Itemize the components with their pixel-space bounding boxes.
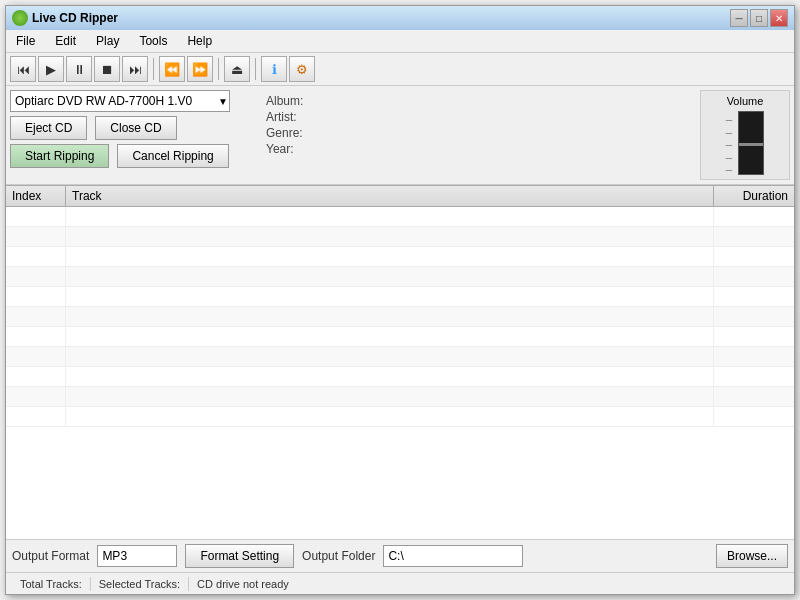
genre-label: Genre: <box>266 126 306 140</box>
rewind-button[interactable]: ⏪ <box>159 56 185 82</box>
eject-toolbar-button[interactable]: ⏏ <box>224 56 250 82</box>
album-row: Album: <box>266 94 684 108</box>
menu-tools[interactable]: Tools <box>133 32 173 50</box>
title-bar: Live CD Ripper ─ □ ✕ <box>6 6 794 30</box>
output-folder-label: Output Folder <box>302 549 375 563</box>
table-row <box>6 207 794 227</box>
cancel-ripping-button[interactable]: Cancel Ripping <box>117 144 228 168</box>
volume-indicator <box>739 143 763 146</box>
format-dropdown[interactable]: MP3 WAV FLAC OGG <box>97 545 177 567</box>
volume-level[interactable] <box>738 111 764 175</box>
col-header-index: Index <box>6 186 66 206</box>
format-dropdown-wrapper: MP3 WAV FLAC OGG <box>97 545 177 567</box>
artist-row: Artist: <box>266 110 684 124</box>
output-format-label: Output Format <box>12 549 89 563</box>
volume-section: Volume ─ ─ ─ ─ ─ <box>700 90 790 180</box>
close-button[interactable]: ✕ <box>770 9 788 27</box>
table-row <box>6 367 794 387</box>
menubar: File Edit Play Tools Help <box>6 30 794 53</box>
menu-file[interactable]: File <box>10 32 41 50</box>
rewind-to-start-button[interactable]: ⏮ <box>10 56 36 82</box>
cd-buttons-row: Eject CD Close CD <box>10 116 250 140</box>
table-header: Index Track Duration <box>6 185 794 207</box>
table-body <box>6 207 794 539</box>
table-row <box>6 247 794 267</box>
window-controls: ─ □ ✕ <box>730 9 788 27</box>
browse-button[interactable]: Browse... <box>716 544 788 568</box>
main-window: Live CD Ripper ─ □ ✕ File Edit Play Tool… <box>5 5 795 595</box>
settings-button[interactable]: ⚙ <box>289 56 315 82</box>
cd-status: CD drive not ready <box>189 577 297 591</box>
table-row <box>6 307 794 327</box>
album-info-section: Album: Artist: Genre: Year: <box>258 90 692 180</box>
close-cd-button[interactable]: Close CD <box>95 116 176 140</box>
table-row <box>6 347 794 367</box>
table-row <box>6 407 794 427</box>
col-header-track: Track <box>66 186 714 206</box>
toolbar: ⏮ ▶ ⏸ ⏹ ⏭ ⏪ ⏩ ⏏ ℹ ⚙ <box>6 53 794 86</box>
pause-button[interactable]: ⏸ <box>66 56 92 82</box>
table-row <box>6 327 794 347</box>
eject-cd-button[interactable]: Eject CD <box>10 116 87 140</box>
total-tracks-status: Total Tracks: <box>12 577 91 591</box>
menu-play[interactable]: Play <box>90 32 125 50</box>
play-button[interactable]: ▶ <box>38 56 64 82</box>
year-label: Year: <box>266 142 306 156</box>
toolbar-separator-3 <box>255 58 256 80</box>
minimize-button[interactable]: ─ <box>730 9 748 27</box>
output-folder-input[interactable] <box>383 545 523 567</box>
toolbar-separator-1 <box>153 58 154 80</box>
skip-button[interactable]: ⏭ <box>122 56 148 82</box>
volume-ticks: ─ ─ ─ ─ ─ <box>726 115 732 175</box>
table-row <box>6 227 794 247</box>
drive-dropdown-wrapper: Optiarc DVD RW AD-7700H 1.V0 ▼ <box>10 90 230 112</box>
volume-label: Volume <box>727 95 764 107</box>
table-row <box>6 387 794 407</box>
artist-label: Artist: <box>266 110 306 124</box>
volume-display: ─ ─ ─ ─ ─ <box>726 111 764 175</box>
format-setting-button[interactable]: Format Setting <box>185 544 294 568</box>
year-row: Year: <box>266 142 684 156</box>
toolbar-separator-2 <box>218 58 219 80</box>
album-label: Album: <box>266 94 306 108</box>
info-button[interactable]: ℹ <box>261 56 287 82</box>
top-controls: Optiarc DVD RW AD-7700H 1.V0 ▼ Eject CD … <box>6 86 794 185</box>
start-ripping-button[interactable]: Start Ripping <box>10 144 109 168</box>
title-bar-left: Live CD Ripper <box>12 10 118 26</box>
drive-select-row: Optiarc DVD RW AD-7700H 1.V0 ▼ <box>10 90 250 112</box>
bottom-bar: Output Format MP3 WAV FLAC OGG Format Se… <box>6 539 794 572</box>
table-row <box>6 267 794 287</box>
selected-tracks-status: Selected Tracks: <box>91 577 189 591</box>
app-icon <box>12 10 28 26</box>
table-row <box>6 287 794 307</box>
drive-section: Optiarc DVD RW AD-7700H 1.V0 ▼ Eject CD … <box>10 90 250 180</box>
menu-help[interactable]: Help <box>181 32 218 50</box>
col-header-duration: Duration <box>714 186 794 206</box>
genre-row: Genre: <box>266 126 684 140</box>
maximize-button[interactable]: □ <box>750 9 768 27</box>
track-table: Index Track Duration <box>6 185 794 539</box>
fast-forward-button[interactable]: ⏩ <box>187 56 213 82</box>
window-title: Live CD Ripper <box>32 11 118 25</box>
stop-button[interactable]: ⏹ <box>94 56 120 82</box>
status-bar: Total Tracks: Selected Tracks: CD drive … <box>6 572 794 594</box>
ripping-buttons-row: Start Ripping Cancel Ripping <box>10 144 250 168</box>
menu-edit[interactable]: Edit <box>49 32 82 50</box>
drive-dropdown[interactable]: Optiarc DVD RW AD-7700H 1.V0 <box>10 90 230 112</box>
